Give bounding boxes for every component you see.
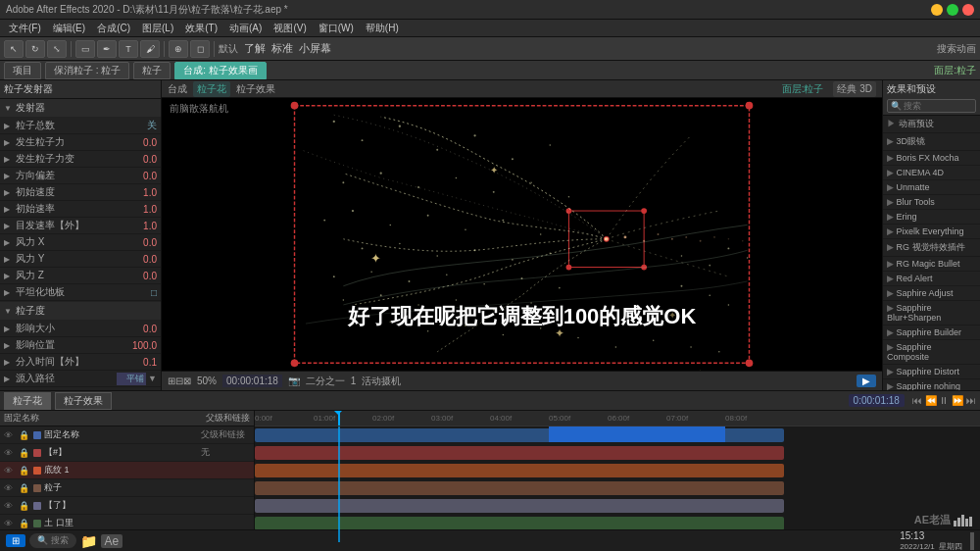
layer-eye-4[interactable]: 👁 [4,483,16,493]
svg-point-74 [577,337,579,339]
tool-brush[interactable]: 🖌 [140,40,160,58]
layer-lock-6[interactable]: 🔒 [19,519,30,528]
track-bar-3[interactable] [255,464,784,477]
tool-scale[interactable]: ⤡ [47,40,67,58]
search-taskbar[interactable]: 🔍 搜索 [29,533,76,548]
effect-sapphire-nohing[interactable]: Sapphire nohing [883,379,980,390]
track-row-2 [255,444,980,462]
section-emitter[interactable]: ▼ 发射器 [0,99,161,117]
menu-item-l[interactable]: 图层(L) [137,21,178,36]
start-button[interactable]: ⊞ [6,534,25,547]
task-ae[interactable]: Ae [101,534,123,548]
effect-rg-magic[interactable]: RG Magic Bullet [883,257,980,272]
tool-eraser[interactable]: ◻ [190,40,210,58]
effect-ering[interactable]: Ering [883,210,980,225]
tool-clone[interactable]: ⊕ [169,40,188,58]
menu-item-a[interactable]: 动画(A) [224,21,267,36]
tool-text[interactable]: T [119,40,138,58]
effect-blur-tools[interactable]: Blur Tools [883,195,980,210]
layer-eye-2[interactable]: 👁 [4,448,16,458]
maximize-button[interactable] [947,4,958,16]
track-bar-5[interactable] [255,499,784,513]
track-bar-2[interactable] [255,446,784,460]
layer-row-3[interactable]: 👁 🔒 底纹 1 [0,462,254,479]
effect-pixel-everything[interactable]: Pixelk Everything [883,225,980,239]
svg-point-41 [323,220,325,222]
effect-red-alert[interactable]: Red Alert [883,272,980,286]
playhead[interactable] [338,411,340,426]
svg-point-75 [615,346,617,348]
tab-particles[interactable]: 粒子 [133,62,171,79]
footer-render[interactable]: ▶ [857,375,876,387]
effect-rg-visual[interactable]: RG 视觉特效插件 [883,239,980,257]
layer-row-2[interactable]: 👁 🔒 【#】 无 [0,444,254,462]
menu-item-h[interactable]: 帮助(H) [361,21,404,36]
layer-lock-1[interactable]: 🔒 [19,430,30,440]
footer-icons[interactable]: ⊞⊟⊠ [168,376,191,386]
collapse-arrow-emitter: ▼ [4,104,12,113]
footer-frame-rate[interactable]: 1 [351,376,357,386]
bar-1 [954,521,956,526]
layer-eye-3[interactable]: 👁 [4,466,16,476]
viewer-tab-composite[interactable]: 台成 [168,82,187,96]
effects-search[interactable] [904,101,962,111]
tab-active[interactable]: 台成: 粒子效果画 [174,62,267,79]
timeline-tab-particles[interactable]: 粒子花 [4,392,51,410]
timeline-time: 0:00:01:18 [849,394,905,407]
timeline-controls[interactable]: ⏮ ⏪ ⏸ ⏩ ⏭ [912,395,976,406]
layer-row-1[interactable]: 👁 🔒 固定名称 父级和链接 [0,426,254,444]
effect-sapphire-adjust[interactable]: Saphire Adjust [883,286,980,301]
svg-point-34 [342,181,344,183]
tab-composite[interactable]: 保消粒子 : 粒子 [45,62,129,79]
section-particle[interactable]: ▼ 粒子度 [0,302,161,320]
task-explorer[interactable]: 📁 [80,533,97,549]
footer-framing[interactable]: 📷 [288,376,300,386]
effect-animation-presets[interactable]: 动画预设 [883,116,980,133]
tool-select[interactable]: ↖ [4,40,24,58]
effect-sapphire-builder[interactable]: Sapphire Builder [883,326,980,340]
close-button[interactable] [962,4,974,16]
layer-row-4[interactable]: 👁 🔒 粒子 [0,479,254,497]
track-row-4 [255,479,980,497]
tool-rect[interactable]: ▭ [75,40,95,58]
timeline-tab-effects[interactable]: 粒子效果 [55,392,112,410]
tool-rotate[interactable]: ↻ [25,40,45,58]
effect-3d-glasses[interactable]: 3D眼镜 [883,133,980,151]
effect-sapphire-composite[interactable]: Sapphire Composite [883,340,980,365]
layer-eye-6[interactable]: 👁 [4,519,16,528]
layer-lock-5[interactable]: 🔒 [19,501,30,511]
track-bar-6[interactable] [255,517,784,530]
layer-lock-3[interactable]: 🔒 [19,466,30,476]
layer-name-4: 粒子 [44,481,198,494]
menu-item-e[interactable]: 编辑(E) [48,21,90,36]
menu-item-v[interactable]: 视图(V) [269,21,311,36]
menu-item-t[interactable]: 效果(T) [180,21,222,36]
layer-eye-5[interactable]: 👁 [4,501,16,511]
layer-color-2 [33,449,41,457]
layer-eye-1[interactable]: 👁 [4,430,16,440]
tab-project[interactable]: 项目 [4,62,41,79]
menu-item-f[interactable]: 文件(F) [4,21,46,36]
layer-row-5[interactable]: 👁 🔒 【了】 [0,497,254,515]
menu-item-w[interactable]: 窗口(W) [314,21,359,36]
effect-unmatte[interactable]: Unmatte [883,180,980,195]
layer-lock-2[interactable]: 🔒 [19,448,30,458]
viewer-tab-particles[interactable]: 粒子花 [193,81,230,97]
track-bar-4[interactable] [255,481,784,495]
viewer-canvas-label: 前脑散落航机 [170,102,228,116]
footer-resolution[interactable]: 二分之一 [306,375,345,388]
viewer-tab-effects[interactable]: 粒子效果 [236,82,275,96]
footer-zoom[interactable]: 50% [197,376,217,386]
tool-pen[interactable]: ✒ [97,40,117,58]
footer-controls[interactable]: 活动摄机 [362,375,401,388]
svg-point-19 [643,240,645,242]
show-desktop-button[interactable] [970,532,974,550]
effect-boris-mocha[interactable]: Boris FX Mocha [883,151,980,166]
effect-sapphire-distort[interactable]: Sapphire Distort [883,365,980,379]
menu-item-c[interactable]: 合成(C) [92,21,135,36]
effect-cinema4d[interactable]: CINEMA 4D [883,166,980,180]
footer-time: 00:00:01:18 [222,375,282,387]
effect-sapphire-blur[interactable]: Sapphire Blur+Sharpen [883,301,980,326]
layer-lock-4[interactable]: 🔒 [19,483,30,493]
minimize-button[interactable] [931,4,943,16]
